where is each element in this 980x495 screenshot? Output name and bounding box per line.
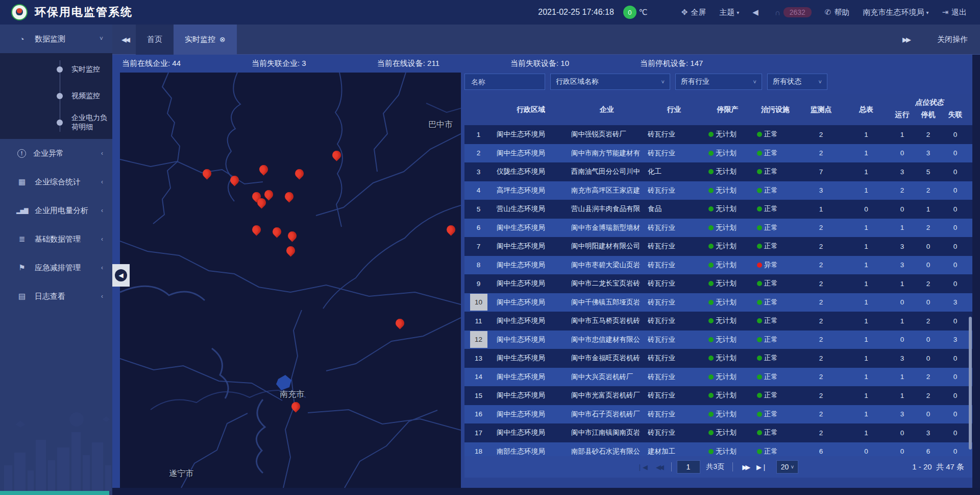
status-dot-icon	[708, 188, 714, 193]
sidebar-group-1[interactable]: ◔数据监测˅	[0, 25, 112, 53]
production-status-label: 无计划	[716, 410, 737, 419]
map-collapse-button[interactable]: ◀	[112, 264, 130, 287]
cell-running: 0	[889, 149, 915, 157]
tab-实时监控[interactable]: 实时监控⊗	[174, 25, 237, 55]
sidebar-group-5[interactable]: ≣基础数据管理‹	[0, 225, 112, 253]
industry-select[interactable]: 所有行业˅	[675, 74, 762, 90]
table-row[interactable]: 14阆中生态环境局阆中大兴页岩机砖厂砖瓦行业无计划正常21120	[464, 368, 972, 387]
facility-status-label: 正常	[764, 391, 778, 400]
map-pin[interactable]	[284, 244, 297, 256]
sidebar-group-2[interactable]: !企业异常‹	[0, 139, 112, 168]
logout-button[interactable]: ⇥ 退出	[942, 8, 967, 17]
map-pin[interactable]	[257, 163, 270, 176]
cell-stopped: 0	[915, 243, 941, 250]
map-pin[interactable]	[331, 149, 343, 161]
map-pin[interactable]	[271, 226, 283, 238]
prev-page-button[interactable]: ◀◀	[656, 463, 662, 471]
status-select[interactable]: 所有状态˅	[767, 74, 827, 90]
close-icon[interactable]: ⊗	[219, 35, 226, 43]
table-row[interactable]: 17阆中生态环境局阆中市江南镇阆南页岩砖瓦行业无计划正常21030	[464, 423, 972, 442]
org-dropdown[interactable]: 南充市生态环境局▾	[863, 8, 928, 17]
row-number: 12	[464, 331, 493, 348]
sidebar-group-4[interactable]: ▂▅▇企业用电量分析‹	[0, 196, 112, 225]
map-pin[interactable]	[286, 230, 299, 242]
page-size-select[interactable]: 20˅	[776, 460, 798, 474]
map-pin[interactable]	[201, 168, 213, 180]
notification-widget[interactable]: ∩ 2632	[775, 7, 812, 17]
cell-facility-status: 正常	[752, 447, 799, 456]
fullscreen-button[interactable]: ✥ 全屏	[681, 8, 706, 17]
table-row[interactable]: 15阆中生态环境局阆中市光富页岩机砖厂砖瓦行业无计划正常21120	[464, 386, 972, 405]
cell-stopped: 6	[915, 447, 941, 455]
cell-lost: 0	[941, 317, 969, 325]
table-row[interactable]: 6阆中生态环境局阆中市金博瑞新型墙材砖瓦行业无计划正常21120	[464, 219, 972, 238]
cell-total-meters: 1	[843, 149, 889, 157]
map-canvas[interactable]: 巴中市南充市遂宁市	[120, 73, 461, 488]
table-row[interactable]: 13阆中生态环境局阆中市金福旺页岩机砖砖瓦行业无计划正常21300	[464, 349, 972, 368]
cell-monitor-points: 2	[799, 298, 843, 306]
map-pin[interactable]	[293, 168, 305, 180]
table-row[interactable]: 18南部生态环境局南部县砂石水泥有限公建材加工无计划正常60060	[464, 442, 972, 457]
right-edge-strip	[972, 55, 980, 495]
table-row[interactable]: 3仪陇生态环境局西南油气田分公司川中化工无计划正常71350	[464, 162, 972, 181]
table-row[interactable]: 12阆中生态环境局阆中市忠信建材有限公砖瓦行业无计划正常21003	[464, 331, 972, 349]
sidebar-item-视频监控[interactable]: 视频监控	[0, 83, 112, 109]
tab-首页[interactable]: 首页	[136, 25, 174, 55]
scroll-tabs-left-icon[interactable]: ◀◀	[121, 36, 129, 43]
cell-facility-status: 正常	[752, 223, 799, 232]
status-dot-icon	[757, 337, 762, 342]
sidebar-item-实时监控[interactable]: 实时监控	[0, 56, 112, 83]
map-pin[interactable]	[228, 174, 240, 186]
region-select[interactable]: 行政区域名称˅	[550, 74, 670, 90]
chevron-down-icon: ▾	[926, 10, 928, 15]
table-row[interactable]: 1阆中生态环境局阆中强锐页岩砖厂砖瓦行业无计划正常21120	[464, 125, 972, 144]
name-search-input[interactable]	[464, 74, 545, 90]
cell-facility-status: 正常	[752, 391, 799, 400]
sidebar-group-7[interactable]: ▤日志查看‹	[0, 282, 112, 311]
cell-monitor-points: 6	[799, 447, 843, 455]
help-button[interactable]: ✆ 帮助	[825, 8, 850, 17]
map-pin[interactable]	[445, 224, 457, 236]
first-page-button[interactable]: ❘◀	[637, 463, 648, 471]
cell-industry: 砖瓦行业	[645, 428, 703, 437]
sidebar-item-label: 企业电力负荷明细	[71, 113, 112, 132]
table-row[interactable]: 2阆中生态环境局阆中市南方节能建材有砖瓦行业无计划正常21030	[464, 144, 972, 163]
table-row[interactable]: 16阆中生态环境局阆中市石子页岩机砖厂砖瓦行业无计划正常21300	[464, 405, 972, 424]
close-operations-button[interactable]: 关闭操作	[937, 35, 968, 44]
scroll-tabs-right-icon[interactable]: ▶▶	[902, 36, 910, 43]
production-status-label: 无计划	[716, 298, 737, 307]
table-row[interactable]: 10阆中生态环境局阆中千佛镇五郎垭页岩砖瓦行业无计划正常21003	[464, 293, 972, 312]
mute-button[interactable]: ◀	[752, 8, 762, 17]
map-pin[interactable]	[251, 224, 263, 236]
table-row[interactable]: 5营山生态环境局营山县润丰肉食品有限食品无计划正常10010	[464, 200, 972, 219]
sidebar-item-企业电力负荷明细[interactable]: 企业电力负荷明细	[0, 109, 112, 136]
table-row[interactable]: 11阆中生态环境局阆中市五马桥页岩机砖砖瓦行业无计划正常21120	[464, 312, 972, 331]
status-dot-icon	[757, 151, 762, 156]
theme-dropdown[interactable]: 主题▾	[719, 8, 739, 17]
cell-running: 3	[889, 355, 915, 362]
status-dot-icon	[708, 225, 714, 230]
cell-company: 阆中市枣碧大梁山页岩	[569, 261, 645, 270]
table-scrollbar[interactable]	[969, 317, 972, 450]
map-pin[interactable]	[289, 400, 302, 412]
table-row[interactable]: 9阆中生态环境局阆中市二龙长宝页岩砖砖瓦行业无计划正常21120	[464, 274, 972, 293]
facility-status-label: 正常	[764, 316, 778, 325]
cell-production-status: 无计划	[703, 410, 752, 419]
cell-production-status: 无计划	[703, 372, 752, 382]
production-status-label: 无计划	[716, 223, 737, 232]
table-row[interactable]: 7阆中生态环境局阆中明阳建材有限公司砖瓦行业无计划正常21300	[464, 237, 972, 256]
table-row[interactable]: 4高坪生态环境局南充市高坪区王家店建砖瓦行业无计划正常31220	[464, 181, 972, 200]
page-input[interactable]	[677, 460, 700, 474]
map-pin[interactable]	[394, 317, 406, 329]
sidebar-group-6[interactable]: ⚑应急减排管理‹	[0, 253, 112, 282]
table-row[interactable]: 8阆中生态环境局阆中市枣碧大梁山页岩砖瓦行业无计划异常21300	[464, 256, 972, 275]
next-page-button[interactable]: ▶▶	[742, 463, 748, 471]
stats-bar: 当前在线企业: 44当前失联企业: 3当前在线设备: 211当前失联设备: 10…	[112, 55, 980, 73]
map-pin[interactable]	[283, 191, 295, 203]
last-page-button[interactable]: ▶❘	[756, 463, 767, 471]
status-dot-icon	[708, 132, 714, 137]
datetime-label: 2021-02-25 17:46:18	[538, 8, 614, 17]
sidebar-group-3[interactable]: ▦企业综合统计‹	[0, 168, 112, 196]
status-dot-icon	[757, 188, 762, 193]
cell-stopped: 2	[915, 131, 941, 138]
